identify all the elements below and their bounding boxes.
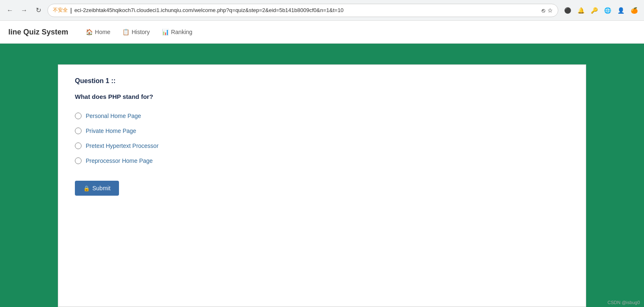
browser-actions: ⚫ 🔔 🔑 🌐 👤 🍊 [562,5,640,16]
brand-name: line Quiz System [8,28,68,37]
history-icon: 📋 [122,29,129,35]
option-item-2[interactable]: Private Home Page [75,128,569,134]
option-label-3[interactable]: Pretext Hypertext Processor [86,142,159,149]
notifications-icon[interactable]: 🔔 [575,5,587,16]
option-radio-3[interactable] [75,142,82,149]
question-label: Question 1 :: [75,77,569,85]
option-radio-1[interactable] [75,113,82,119]
ranking-icon: 📊 [162,29,169,35]
url-text: eci-2zeibhtak45hqikoch7i.cloudeci1.ichun… [74,7,539,13]
separator: | [70,7,72,14]
quiz-card: Question 1 :: What does PHP stand for? P… [58,64,586,307]
option-label-4[interactable]: Preprocessor Home Page [86,157,153,164]
refresh-button[interactable]: ↻ [32,5,44,16]
user-icon[interactable]: 👤 [615,5,627,16]
avatar-icon[interactable]: 🍊 [628,5,640,16]
option-item-4[interactable]: Preprocessor Home Page [75,157,569,164]
home-icon: 🏠 [86,29,93,35]
nav-ranking[interactable]: 📊 Ranking [157,25,197,39]
earth-icon[interactable]: 🌐 [602,5,613,16]
nav-history-label: History [131,29,150,35]
question-text: What does PHP stand for? [75,93,569,100]
option-item-1[interactable]: Personal Home Page [75,113,569,119]
browser-nav-icons: ← → ↻ [4,5,44,16]
address-bar[interactable]: 不安全 | eci-2zeibhtak45hqikoch7i.cloudeci1… [47,4,558,17]
submit-button[interactable]: 🔒 Submit [75,181,119,196]
option-radio-2[interactable] [75,128,82,134]
forward-button[interactable]: → [18,5,30,16]
option-radio-4[interactable] [75,157,82,164]
nav-home[interactable]: 🏠 Home [81,25,115,39]
main-content: Question 1 :: What does PHP stand for? P… [0,44,644,307]
nav-home-label: Home [95,29,110,35]
footer-note: CSDN @isbug0 [607,300,640,305]
navbar: line Quiz System 🏠 Home 📋 History 📊 Rank… [0,21,644,44]
nav-history[interactable]: 📋 History [117,25,155,39]
lock-icon: 🔒 [83,185,90,192]
security-warning: 不安全 [53,7,68,14]
nav-ranking-label: Ranking [171,29,192,35]
key-icon[interactable]: 🔑 [588,5,600,16]
back-button[interactable]: ← [4,5,16,16]
profile-icon[interactable]: ⚫ [562,5,573,16]
browser-bar: ← → ↻ 不安全 | eci-2zeibhtak45hqikoch7i.clo… [0,0,644,21]
nav-menu: 🏠 Home 📋 History 📊 Ranking [81,25,197,39]
share-icon: ⎋ [542,7,545,14]
options-list: Personal Home Page Private Home Page Pre… [75,113,569,164]
option-label-1[interactable]: Personal Home Page [86,113,141,119]
option-item-3[interactable]: Pretext Hypertext Processor [75,142,569,149]
star-icon[interactable]: ☆ [547,7,553,14]
option-label-2[interactable]: Private Home Page [86,128,136,134]
submit-label: Submit [92,185,111,192]
